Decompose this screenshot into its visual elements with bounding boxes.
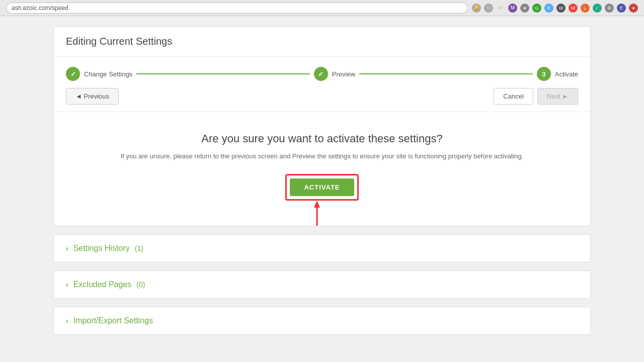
excluded-pages-title: Excluded Pages [73,280,132,289]
cancel-button[interactable]: Cancel [494,88,533,105]
browser-icon-ext1: ● [520,4,529,13]
settings-history-count: (1) [135,244,143,252]
page-title: Editing Current Settings [54,27,590,57]
next-button: Next ► [537,88,578,105]
activation-title: Are you sure you want to activate these … [66,132,578,145]
steps-container: ✓ Change Settings ✓ Preview 3 Activate [54,57,590,81]
nav-buttons: ◄ Previous Cancel Next ► [54,81,590,112]
import-export-title: Import/Export Settings [73,316,153,325]
import-export-header[interactable]: › Import/Export Settings [54,307,590,334]
step1-label: Change Settings [84,70,132,78]
browser-icon-share: ↑□ [484,4,493,13]
settings-history-chevron: › [66,244,68,252]
browser-bar: ash.ezoic.com/speed 🔑 ↑□ ☆ M ● G E W M L… [0,0,644,16]
browser-icons: 🔑 ↑□ ☆ M ● G E W M L ✓ ⚙ E ● [472,4,638,13]
url-bar[interactable]: ash.ezoic.com/speed [6,3,468,14]
step-change-settings: ✓ Change Settings [66,67,132,81]
browser-icon-ext7: E [617,4,626,13]
step3-label: Activate [555,70,578,78]
browser-icon-key: 🔑 [472,4,481,13]
browser-icon-gear: ⚙ [605,4,614,13]
excluded-pages-count: (0) [136,281,145,289]
excluded-pages-header[interactable]: › Excluded Pages (0) [54,271,590,298]
activation-section: Are you sure you want to activate these … [54,112,590,226]
import-export-chevron: › [66,317,68,325]
browser-icon-ext4: M [569,4,578,13]
browser-icon-star: ☆ [496,4,505,13]
browser-icon-m: M [508,4,517,13]
settings-history-title: Settings History [73,244,130,253]
arrow-svg [307,201,337,226]
settings-history-header[interactable]: › Settings History (1) [54,235,590,262]
browser-icon-ext3: W [556,4,566,13]
step3-circle: 3 [537,67,551,81]
step2-label: Preview [332,70,355,78]
activate-highlight-box: ACTIVATE [285,174,358,201]
browser-icon-ext5: L [581,4,590,13]
right-buttons: Cancel Next ► [494,88,578,105]
svg-line-1 [317,226,330,226]
step-line-1 [136,73,310,74]
previous-button[interactable]: ◄ Previous [66,88,119,105]
excluded-pages-card: › Excluded Pages (0) [53,270,591,299]
browser-icon-green: G [532,4,541,13]
activate-button[interactable]: ACTIVATE [290,178,354,196]
activate-button-wrapper: ACTIVATE [285,174,358,201]
step-line-2 [359,73,533,74]
step-activate: 3 Activate [537,67,578,81]
browser-icon-ext8: ● [629,4,638,13]
step1-circle: ✓ [66,67,80,81]
activation-subtitle: If you are unsure, please return to the … [66,152,578,160]
svg-marker-2 [314,201,320,208]
excluded-pages-chevron: › [66,281,68,289]
url-text: ash.ezoic.com/speed [12,5,68,12]
browser-icon-ext6: ✓ [593,4,602,13]
step-preview: ✓ Preview [314,67,355,81]
step2-circle: ✓ [314,67,328,81]
main-content: Editing Current Settings ✓ Change Settin… [45,16,599,353]
browser-icon-ext2: E [544,4,553,13]
arrow-annotation [307,201,337,226]
settings-history-card: › Settings History (1) [53,234,591,262]
import-export-card: › Import/Export Settings [53,307,591,335]
main-card: Editing Current Settings ✓ Change Settin… [53,26,591,226]
